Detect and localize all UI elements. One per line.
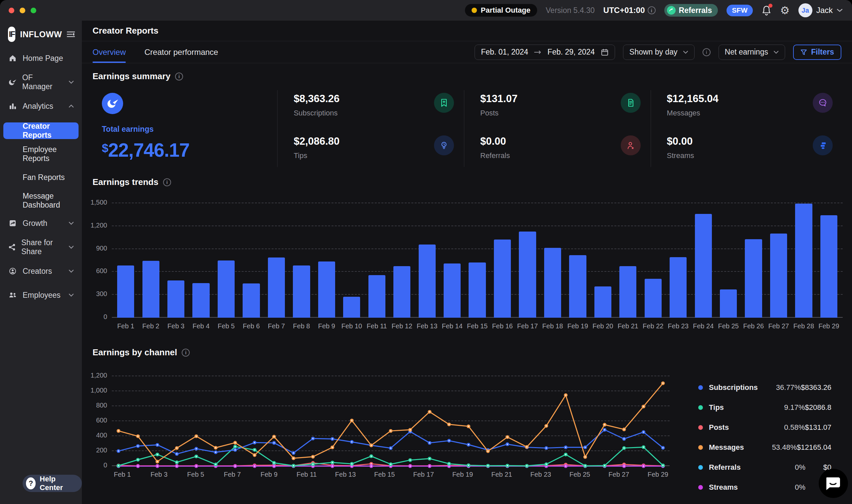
bar-feb-3[interactable] xyxy=(167,281,184,318)
bar-feb-18[interactable] xyxy=(544,248,561,318)
bar-xlabel-4: Feb 5 xyxy=(214,322,238,330)
summary-info-icon[interactable] xyxy=(175,73,183,80)
shown-by-select[interactable]: Shown by day xyxy=(623,44,694,60)
line-xlabel-21 xyxy=(512,471,531,479)
point-center-dot xyxy=(332,447,333,448)
bar-feb-26[interactable] xyxy=(745,239,762,318)
maximize-window-button[interactable] xyxy=(31,8,36,13)
bar-xlabel-13: Feb 14 xyxy=(440,322,465,330)
filters-button[interactable]: Filters xyxy=(793,44,841,60)
sidebar-item-employees[interactable]: Employees xyxy=(3,287,78,303)
sidebar-item-employee-reports[interactable]: Employee Reports xyxy=(3,146,78,162)
notification-dot xyxy=(768,4,773,8)
point-center-dot xyxy=(235,446,236,447)
channel-info-icon[interactable] xyxy=(182,349,190,357)
help-center-button[interactable]: ? Help Center xyxy=(23,475,82,492)
bar-slot xyxy=(465,203,490,318)
point-center-dot xyxy=(623,429,625,430)
bar-feb-4[interactable] xyxy=(192,283,209,318)
legend-row-subscriptions[interactable]: Subscriptions36.77%$8363.26 xyxy=(698,378,831,398)
bar-slot xyxy=(490,203,515,318)
legend-name: Posts xyxy=(709,423,768,432)
sidebar-item-creator-reports[interactable]: Creator Reports xyxy=(3,122,78,139)
metric-select[interactable]: Net earnings xyxy=(718,44,785,60)
sidebar-item-label: Growth xyxy=(23,219,47,228)
close-window-button[interactable] xyxy=(8,8,14,13)
minimize-window-button[interactable] xyxy=(20,8,25,13)
sidebar-item-of-manager[interactable]: OF Manager xyxy=(3,74,78,90)
bar-feb-21[interactable] xyxy=(619,266,636,318)
legend-dot-icon xyxy=(698,445,703,450)
point-center-dot xyxy=(293,458,294,459)
line-chart-plot[interactable]: 02004006008001,0001,200 xyxy=(112,376,670,466)
bar-feb-6[interactable] xyxy=(243,284,260,318)
legend-dot-icon xyxy=(698,465,703,470)
chat-launcher-button[interactable] xyxy=(819,469,848,498)
bar-feb-10[interactable] xyxy=(343,297,360,318)
sidebar-item-fan-reports[interactable]: Fan Reports xyxy=(3,169,78,186)
point-center-dot xyxy=(351,463,352,464)
line-chart-svg[interactable] xyxy=(112,376,670,466)
bar-chart-plot[interactable]: 03006009001,2001,500 xyxy=(112,203,843,318)
bar-ytick-1200: 1,200 xyxy=(90,221,107,229)
shown-by-info-icon[interactable] xyxy=(703,48,711,56)
point-center-dot xyxy=(487,465,489,466)
tab-overview[interactable]: Overview xyxy=(92,41,126,63)
bar-feb-15[interactable] xyxy=(468,263,485,318)
bar-feb-8[interactable] xyxy=(293,266,310,318)
bar-feb-5[interactable] xyxy=(218,260,235,318)
sidebar-item-analytics[interactable]: Analytics xyxy=(3,98,78,114)
bar-feb-2[interactable] xyxy=(142,261,159,318)
bar-feb-14[interactable] xyxy=(444,264,461,318)
legend-row-tips[interactable]: Tips9.17%$2086.8 xyxy=(698,398,831,417)
bar-feb-19[interactable] xyxy=(569,255,586,318)
user-menu[interactable]: Ja Jack xyxy=(798,3,843,17)
bar-feb-24[interactable] xyxy=(695,214,712,318)
sidebar-item-share-for-share[interactable]: Share for Share xyxy=(3,239,78,255)
sidebar-item-creators[interactable]: Creators xyxy=(3,264,78,279)
settings-gear-icon[interactable]: ⚙ xyxy=(780,5,790,16)
notifications-button[interactable] xyxy=(762,5,771,16)
bar-feb-16[interactable] xyxy=(494,239,511,318)
bar-feb-7[interactable] xyxy=(268,257,285,318)
tab-creator-performance[interactable]: Creator performance xyxy=(144,41,218,63)
sidebar-item-home[interactable]: Home Page xyxy=(3,51,78,66)
trends-info-icon[interactable] xyxy=(163,178,171,186)
referrals-button[interactable]: Referrals xyxy=(664,4,718,17)
bar-feb-28[interactable] xyxy=(795,203,812,318)
bar-slot xyxy=(716,203,741,318)
bar-feb-1[interactable] xyxy=(117,266,134,318)
timezone-value: UTC+01:00 xyxy=(603,6,645,15)
bar-feb-22[interactable] xyxy=(645,279,662,318)
legend-row-referrals[interactable]: Referrals0%$0 xyxy=(698,457,831,478)
bar-feb-25[interactable] xyxy=(720,289,737,318)
bar-feb-9[interactable] xyxy=(318,262,335,318)
legend-row-posts[interactable]: Posts0.58%$131.07 xyxy=(698,417,831,437)
version-label: Version 5.4.30 xyxy=(546,6,595,15)
legend-row-streams[interactable]: Streams0%$0 xyxy=(698,478,831,497)
bar-feb-27[interactable] xyxy=(770,234,787,318)
bar-chart-icon xyxy=(8,102,17,110)
bar-feb-11[interactable] xyxy=(369,275,385,318)
bar-slot xyxy=(314,203,339,318)
bar-feb-20[interactable] xyxy=(594,286,611,318)
date-range-picker[interactable]: Feb. 01, 2024 Feb. 29, 2024 xyxy=(475,44,615,60)
system-status-badge[interactable]: Partial Outage xyxy=(465,4,537,17)
line-series-subscriptions[interactable] xyxy=(119,430,663,454)
bar-feb-29[interactable] xyxy=(820,215,837,318)
sidebar-item-message-dashboard[interactable]: Message Dashboard xyxy=(3,192,78,209)
bar-xlabel-6: Feb 7 xyxy=(264,322,289,330)
bar-feb-23[interactable] xyxy=(670,257,687,318)
sfw-toggle[interactable]: SFW xyxy=(727,5,753,16)
point-center-dot xyxy=(351,442,352,443)
bar-feb-12[interactable] xyxy=(393,266,410,318)
sidebar-item-label: Employees xyxy=(23,291,60,300)
bar-feb-17[interactable] xyxy=(519,232,536,318)
line-xlabel-19 xyxy=(473,471,491,479)
sidebar-item-growth[interactable]: Growth xyxy=(3,216,78,231)
sidebar-collapse-icon[interactable] xyxy=(67,31,75,38)
timezone-info-icon[interactable] xyxy=(647,6,656,14)
bar-feb-13[interactable] xyxy=(419,245,436,318)
legend-row-messages[interactable]: Messages53.48%$12165.04 xyxy=(698,437,831,457)
point-center-dot xyxy=(293,465,294,466)
